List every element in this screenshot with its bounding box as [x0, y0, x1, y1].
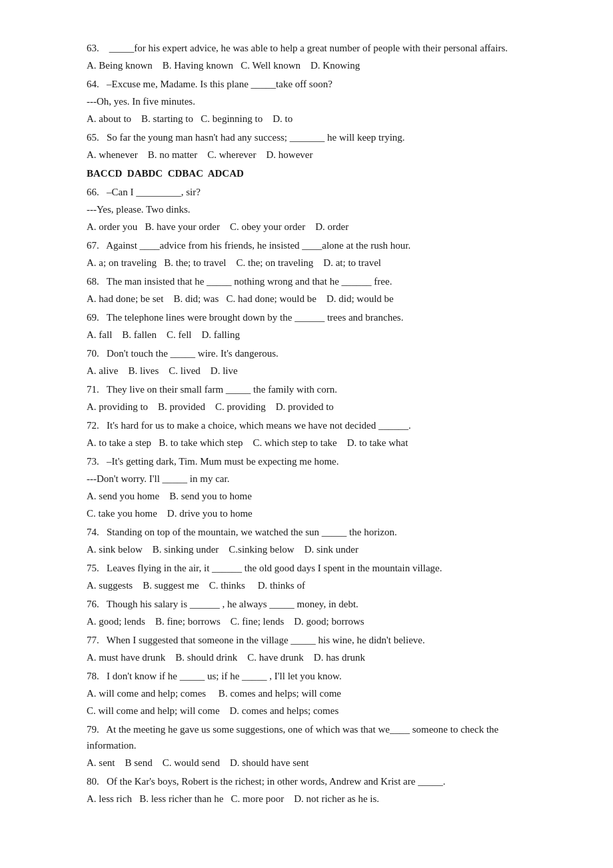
question-78: 78. I don't know if he _____ us; if he _… [87, 668, 526, 719]
q74-text: 74. Standing on top of the mountain, we … [87, 524, 526, 540]
q66-dialog: ---Yes, please. Two dinks. [87, 201, 526, 217]
question-80: 80. Of the Kar's boys, Robert is the ric… [87, 773, 526, 807]
question-67: 67. Against ____advice from his friends,… [87, 237, 526, 271]
question-63: 63. _____for his expert advice, he was a… [87, 40, 526, 73]
q71-options: A. providing to B. provided C. providing… [87, 399, 526, 415]
q78-text: 78. I don't know if he _____ us; if he _… [87, 668, 526, 684]
q79-text: 79. At the meeting he gave us some sugge… [87, 721, 526, 753]
q71-text: 71. They live on their small farm _____ … [87, 381, 526, 397]
question-71: 71. They live on their small farm _____ … [87, 381, 526, 415]
question-74: 74. Standing on top of the mountain, we … [87, 524, 526, 557]
question-68: 68. The man insisted that he _____ nothi… [87, 273, 526, 307]
q72-text: 72. It's hard for us to make a choice, w… [87, 417, 526, 433]
q70-text: 70. Don't touch the _____ wire. It's dan… [87, 345, 526, 361]
q73-text: 73. –It's getting dark, Tim. Mum must be… [87, 453, 526, 469]
q64-text: 64. –Excuse me, Madame. Is this plane __… [87, 76, 526, 92]
q68-text: 68. The man insisted that he _____ nothi… [87, 273, 526, 289]
question-76: 76. Though his salary is ______ , he alw… [87, 596, 526, 629]
q73-options-2: C. take you home D. drive you to home [87, 505, 526, 521]
answer-key: BACCD DABDC CDBAC ADCAD [87, 165, 526, 181]
q63-text: 63. _____for his expert advice, he was a… [87, 40, 526, 56]
answer-key-block: BACCD DABDC CDBAC ADCAD [87, 165, 526, 181]
q74-options: A. sink below B. sinking under C.sinking… [87, 541, 526, 557]
q72-options: A. to take a step B. to take which step … [87, 435, 526, 451]
q64-dialog: ---Oh, yes. In five minutes. [87, 93, 526, 109]
q65-options: A. whenever B. no matter C. wherever D. … [87, 147, 526, 163]
question-70: 70. Don't touch the _____ wire. It's dan… [87, 345, 526, 379]
q69-text: 69. The telephone lines were brought dow… [87, 309, 526, 325]
question-64: 64. –Excuse me, Madame. Is this plane __… [87, 76, 526, 127]
exam-content: 63. _____for his expert advice, he was a… [87, 40, 526, 807]
q78-options-1: A. will come and help; comes B. comes an… [87, 685, 526, 701]
q63-options: A. Being known B. Having known C. Well k… [87, 57, 526, 73]
q77-options: A. must have drunk B. should drink C. ha… [87, 649, 526, 665]
q64-options: A. about to B. starting to C. beginning … [87, 111, 526, 127]
q79-options: A. sent B send C. would send D. should h… [87, 755, 526, 771]
q65-text: 65. So far the young man hasn't had any … [87, 129, 526, 145]
question-79: 79. At the meeting he gave us some sugge… [87, 721, 526, 771]
q80-text: 80. Of the Kar's boys, Robert is the ric… [87, 773, 526, 789]
question-77: 77. When I suggested that someone in the… [87, 632, 526, 665]
question-65: 65. So far the young man hasn't had any … [87, 129, 526, 163]
question-73: 73. –It's getting dark, Tim. Mum must be… [87, 453, 526, 521]
q80-options: A. less rich B. less richer than he C. m… [87, 791, 526, 807]
q67-options: A. a; on traveling B. the; to travel C. … [87, 255, 526, 271]
question-75: 75. Leaves flying in the air, it ______ … [87, 560, 526, 593]
question-69: 69. The telephone lines were brought dow… [87, 309, 526, 343]
q76-options: A. good; lends B. fine; borrows C. fine;… [87, 613, 526, 629]
q66-text: 66. –Can I _________, sir? [87, 184, 526, 200]
q70-options: A. alive B. lives C. lived D. live [87, 363, 526, 379]
q75-text: 75. Leaves flying in the air, it ______ … [87, 560, 526, 576]
q69-options: A. fall B. fallen C. fell D. falling [87, 327, 526, 343]
q76-text: 76. Though his salary is ______ , he alw… [87, 596, 526, 612]
question-66: 66. –Can I _________, sir? ---Yes, pleas… [87, 184, 526, 235]
question-72: 72. It's hard for us to make a choice, w… [87, 417, 526, 451]
q73-dialog: ---Don't worry. I'll _____ in my car. [87, 471, 526, 487]
q68-options: A. had done; be set B. did; was C. had d… [87, 291, 526, 307]
q67-text: 67. Against ____advice from his friends,… [87, 237, 526, 253]
q78-options-2: C. will come and help; will come D. come… [87, 703, 526, 719]
q75-options: A. suggests B. suggest me C. thinks D. t… [87, 577, 526, 593]
q73-options-1: A. send you home B. send you to home [87, 488, 526, 504]
q77-text: 77. When I suggested that someone in the… [87, 632, 526, 648]
q66-options: A. order you B. have your order C. obey … [87, 219, 526, 235]
